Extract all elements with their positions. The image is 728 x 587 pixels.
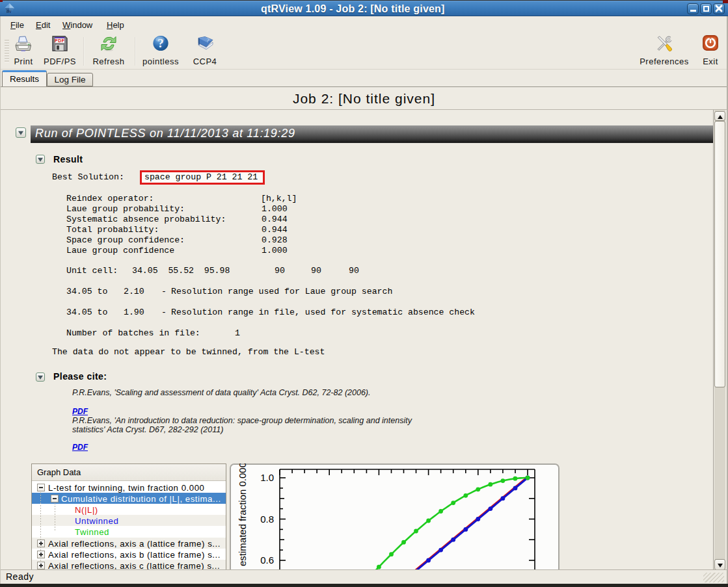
- svg-text:0.6: 0.6: [260, 554, 274, 566]
- svg-text:1.0: 1.0: [260, 472, 274, 483]
- svg-text:RV: RV: [7, 10, 12, 14]
- svg-text:?: ?: [157, 36, 164, 50]
- svg-text:PDF: PDF: [55, 38, 65, 43]
- svg-text:0.8: 0.8: [260, 514, 274, 525]
- svg-text:estimated fraction 0.000: estimated fraction 0.000: [237, 463, 248, 566]
